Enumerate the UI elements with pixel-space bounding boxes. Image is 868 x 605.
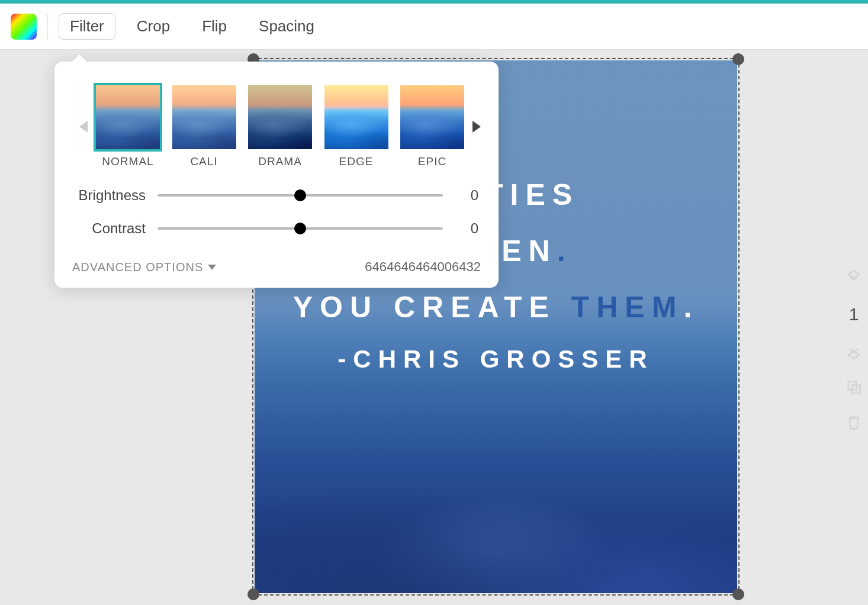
advanced-options-toggle[interactable]: ADVANCED OPTIONS	[72, 260, 216, 274]
toolbar: Filter Crop Flip Spacing	[0, 4, 868, 50]
canvas-text-line4: -CHRIS GROSSER	[255, 336, 737, 383]
layer-down-icon[interactable]	[846, 343, 862, 360]
filter-thumb-label: CALI	[190, 155, 217, 168]
contrast-value: 0	[455, 220, 478, 237]
brightness-row: Brightness 0	[72, 179, 481, 212]
filter-thumb-image	[400, 85, 464, 149]
filter-thumbnail-row: NORMAL CALI DRAMA EDGE EPIC	[72, 85, 481, 168]
filter-thumb-label: EDGE	[339, 155, 374, 168]
copy-icon[interactable]	[846, 379, 862, 395]
filter-thumb-label: NORMAL	[102, 155, 153, 168]
tab-filter[interactable]: Filter	[59, 13, 115, 40]
filter-thumb-image	[96, 85, 160, 149]
brightness-slider-knob[interactable]	[294, 189, 306, 201]
tab-spacing[interactable]: Spacing	[248, 14, 325, 39]
canvas-text-line3a: YOU CREATE	[293, 291, 571, 324]
filter-thumb-edge[interactable]: EDGE	[324, 85, 388, 168]
filter-panel: NORMAL CALI DRAMA EDGE EPIC	[54, 62, 499, 288]
color-logo-icon[interactable]	[11, 14, 37, 40]
layer-up-icon[interactable]	[846, 269, 862, 285]
filter-thumb-image	[324, 85, 388, 149]
contrast-label: Contrast	[75, 220, 146, 237]
brightness-slider[interactable]	[157, 194, 443, 197]
chevron-down-icon	[208, 265, 216, 270]
filter-thumb-cali[interactable]: CALI	[172, 85, 236, 168]
tab-flip[interactable]: Flip	[191, 14, 237, 39]
contrast-slider[interactable]	[157, 227, 443, 230]
filter-thumb-label: EPIC	[418, 155, 446, 168]
canvas-area: UNITIES APPEN. YOU CREATE THEM. -CHRIS G…	[0, 50, 868, 605]
filter-thumb-image	[248, 85, 312, 149]
filter-next-icon[interactable]	[472, 121, 481, 133]
contrast-slider-knob[interactable]	[294, 223, 306, 234]
brightness-label: Brightness	[75, 187, 146, 204]
canvas-text-line3b: THEM	[571, 291, 684, 324]
filter-thumb-normal[interactable]: NORMAL	[96, 85, 160, 168]
filter-panel-footer: ADVANCED OPTIONS 6464646464006432	[72, 259, 481, 275]
side-tools: 1	[846, 269, 862, 431]
filter-prev-icon[interactable]	[79, 121, 88, 133]
advanced-options-label: ADVANCED OPTIONS	[72, 260, 203, 274]
page-indicator: 1	[849, 304, 859, 324]
filter-thumb-label: DRAMA	[258, 155, 302, 168]
toolbar-separator	[47, 14, 48, 40]
canvas-text-line3c: .	[683, 291, 699, 324]
canvas-text-line2b: .	[557, 234, 573, 268]
filter-code: 6464646464006432	[365, 259, 481, 275]
brightness-value: 0	[455, 187, 478, 204]
filter-thumb-drama[interactable]: DRAMA	[248, 85, 312, 168]
trash-icon[interactable]	[846, 414, 862, 431]
filter-thumb-image	[172, 85, 236, 149]
contrast-row: Contrast 0	[72, 212, 481, 245]
filter-thumb-epic[interactable]: EPIC	[400, 85, 464, 168]
tab-crop[interactable]: Crop	[126, 14, 181, 39]
